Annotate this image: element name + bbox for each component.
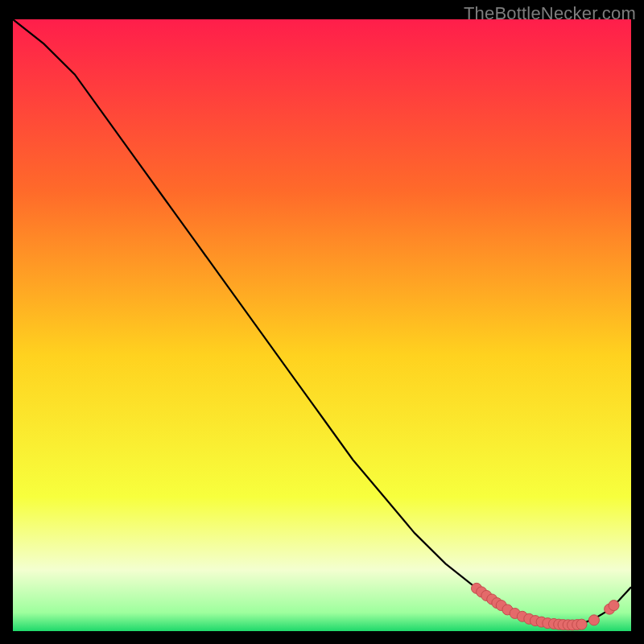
plot-area xyxy=(13,19,631,631)
marker-point xyxy=(588,615,599,625)
chart-svg xyxy=(13,19,631,631)
chart-frame: TheBottleNecker.com xyxy=(0,0,644,644)
marker-point xyxy=(576,619,587,630)
gradient-background xyxy=(13,19,631,631)
watermark-text: TheBottleNecker.com xyxy=(464,3,636,24)
marker-point xyxy=(609,601,619,611)
